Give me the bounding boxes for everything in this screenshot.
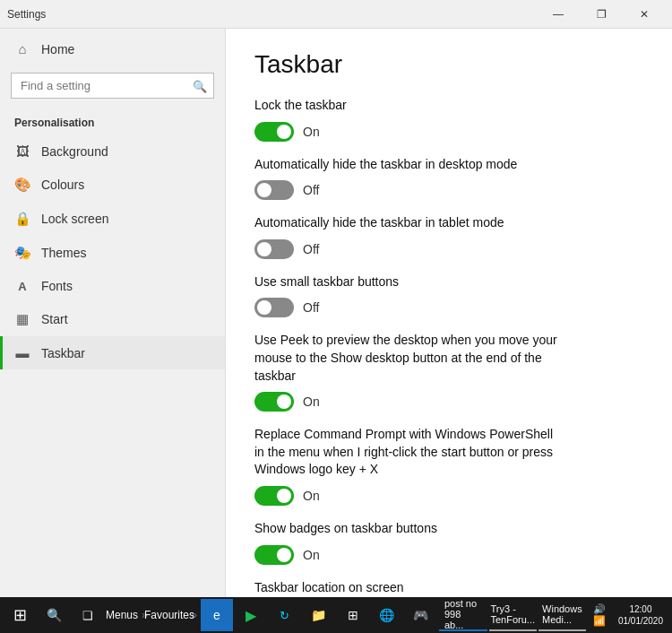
sidebar-item-lock-screen[interactable]: 🔒 Lock screen	[0, 202, 225, 236]
lock-taskbar-toggle-row: On	[254, 122, 643, 142]
peek-toggle-row: On	[254, 392, 643, 412]
menus-label: Menus	[106, 609, 138, 621]
main-panel: Taskbar Lock the taskbar On Automaticall…	[226, 29, 672, 597]
sidebar-item-themes[interactable]: 🎭 Themes	[0, 236, 225, 270]
pinned-app-6[interactable]: 🌐	[371, 599, 403, 631]
toggle-knob	[277, 395, 291, 409]
tb-separator-2: »	[189, 609, 199, 621]
ie-label: post no 998 ab...	[444, 599, 482, 630]
hide-tablet-label: Automatically hide the taskbar in tablet…	[254, 214, 643, 232]
peek-toggle-text: On	[303, 395, 320, 409]
setting-location: Taskbar location on screen Bottom ⌄	[254, 579, 643, 597]
start-button[interactable]: ⊞	[4, 599, 36, 631]
sidebar-item-home[interactable]: ⌂ Home	[0, 29, 225, 69]
minimize-button[interactable]: —	[538, 0, 579, 29]
toggle-knob	[277, 548, 291, 562]
sidebar-start-label: Start	[41, 312, 68, 326]
badges-toggle-text: On	[303, 548, 320, 562]
running-media[interactable]: Windows Medi...	[538, 599, 586, 631]
system-tray[interactable]: 🔊 📶	[588, 603, 611, 627]
hide-desktop-toggle-row: Off	[254, 180, 643, 200]
favourites-button[interactable]: Favourites	[151, 599, 188, 631]
setting-hide-desktop: Automatically hide the taskbar in deskto…	[254, 156, 643, 201]
lock-icon: 🔒	[14, 211, 30, 227]
background-icon: 🖼	[14, 143, 30, 159]
sidebar-lock-label: Lock screen	[41, 212, 108, 226]
powershell-toggle-text: On	[303, 489, 320, 503]
sidebar-item-start[interactable]: ▦ Start	[0, 302, 225, 336]
hide-desktop-label: Automatically hide the taskbar in deskto…	[254, 156, 643, 174]
hide-desktop-toggle-text: Off	[303, 183, 319, 197]
pinned-icon-1: e	[213, 608, 220, 622]
small-buttons-toggle-text: Off	[303, 300, 319, 315]
sidebar-item-taskbar[interactable]: ▬ Taskbar	[0, 336, 225, 369]
pinned-icon-4: 📁	[311, 608, 326, 622]
pinned-icon-2: ▶	[246, 607, 256, 624]
lock-taskbar-toggle-text: On	[303, 125, 320, 139]
pinned-app-1[interactable]: e	[201, 599, 233, 631]
pinned-app-7[interactable]: 🎮	[405, 599, 437, 631]
setting-badges: Show badges on taskbar buttons On	[254, 520, 643, 565]
running-ie[interactable]: post no 998 ab...	[439, 599, 487, 631]
pinned-icon-3: ↻	[280, 609, 289, 622]
window-title: Settings	[7, 8, 538, 21]
themes-icon: 🎭	[14, 245, 30, 261]
sidebar-colours-label: Colours	[41, 178, 84, 192]
badges-label: Show badges on taskbar buttons	[254, 520, 643, 538]
tenforum-label: Try3 - TenForu...	[490, 603, 535, 625]
pinned-app-2[interactable]: ▶	[235, 599, 267, 631]
pinned-icon-7: 🎮	[413, 608, 428, 622]
colours-icon: 🎨	[14, 177, 30, 193]
location-label: Taskbar location on screen	[254, 579, 643, 597]
search-input[interactable]	[11, 73, 214, 99]
badges-toggle[interactable]	[254, 545, 294, 565]
toggle-knob	[277, 489, 291, 503]
small-buttons-toggle[interactable]	[254, 298, 294, 317]
sidebar-fonts-label: Fonts	[41, 279, 73, 293]
hide-desktop-toggle[interactable]	[254, 180, 294, 200]
system-taskbar: ⊞ 🔍 ❑ Menus » Favourites » e ▶ ↻ 📁 ⊞ 🌐 🎮…	[0, 597, 672, 633]
sidebar: ⌂ Home 🔍 Personalisation 🖼 Background 🎨 …	[0, 29, 226, 597]
pinned-app-4[interactable]: 📁	[303, 599, 335, 631]
sidebar-background-label: Background	[41, 144, 108, 159]
pinned-app-3[interactable]: ↻	[269, 599, 301, 631]
taskbar-right: 🔊 📶 12:00 01/01/2020	[588, 603, 668, 627]
lock-taskbar-toggle[interactable]	[254, 122, 294, 142]
sidebar-home-label: Home	[41, 42, 74, 56]
window-controls: — ❐ ✕	[538, 0, 665, 29]
task-view-button[interactable]: ❑	[72, 599, 104, 631]
small-buttons-label: Use small taskbar buttons	[254, 273, 643, 291]
maximize-button[interactable]: ❐	[581, 0, 622, 29]
hide-tablet-toggle[interactable]	[254, 239, 294, 259]
toggle-knob	[277, 125, 291, 139]
start-icon: ▦	[14, 311, 30, 327]
setting-peek: Use Peek to preview the desktop when you…	[254, 332, 643, 412]
clock: 🔊 📶	[593, 603, 606, 627]
search-button[interactable]: 🔍	[38, 599, 70, 631]
setting-small-buttons: Use small taskbar buttons Off	[254, 273, 643, 318]
pinned-icon-6: 🌐	[379, 608, 394, 622]
search-box: 🔍	[11, 73, 214, 99]
sidebar-item-fonts[interactable]: A Fonts	[0, 270, 225, 302]
lock-taskbar-label: Lock the taskbar	[254, 97, 643, 115]
badges-toggle-row: On	[254, 545, 643, 565]
setting-hide-tablet: Automatically hide the taskbar in tablet…	[254, 214, 643, 259]
setting-lock-taskbar: Lock the taskbar On	[254, 97, 643, 142]
sidebar-item-background[interactable]: 🖼 Background	[0, 134, 225, 168]
setting-powershell: Replace Command Prompt with Windows Powe…	[254, 426, 643, 506]
sidebar-section-label: Personalisation	[0, 109, 225, 134]
running-tenforum[interactable]: Try3 - TenForu...	[489, 599, 537, 631]
menus-button[interactable]: Menus	[106, 599, 138, 631]
sidebar-item-colours[interactable]: 🎨 Colours	[0, 168, 225, 202]
peek-label: Use Peek to preview the desktop when you…	[254, 332, 559, 385]
peek-toggle[interactable]	[254, 392, 294, 412]
hide-tablet-toggle-text: Off	[303, 242, 319, 256]
powershell-toggle[interactable]	[254, 486, 294, 506]
home-icon: ⌂	[14, 41, 30, 56]
toggle-knob	[257, 300, 271, 315]
pinned-app-5[interactable]: ⊞	[337, 599, 369, 631]
close-button[interactable]: ✕	[624, 0, 665, 29]
sidebar-themes-label: Themes	[41, 246, 87, 260]
toggle-knob	[257, 183, 271, 197]
page-title: Taskbar	[254, 50, 643, 79]
